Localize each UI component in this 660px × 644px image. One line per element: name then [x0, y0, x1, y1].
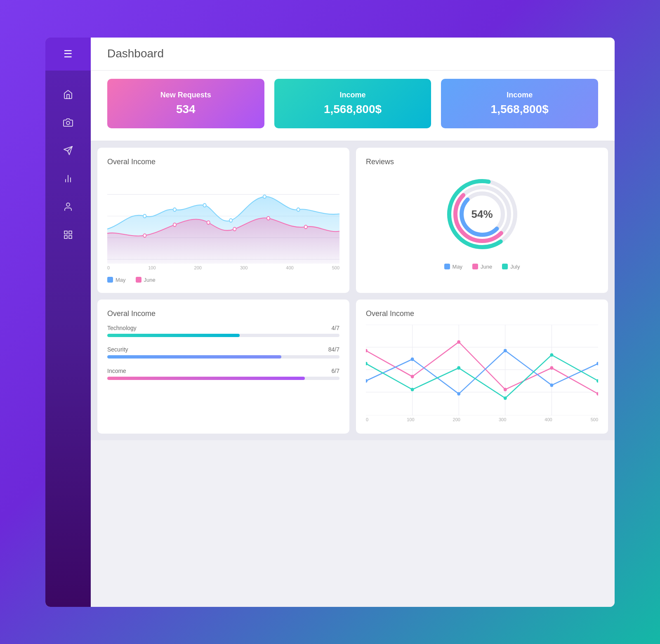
donut-container: 54% [366, 173, 598, 255]
overall-income-chart-card: Overal Income [97, 148, 349, 293]
svg-point-24 [233, 227, 236, 231]
area-chart-x-axis: 0 100 200 300 400 500 [107, 264, 339, 272]
stat-card-income2-label: Income [507, 91, 533, 99]
lx-500: 500 [591, 417, 598, 422]
line-chart-x-axis: 0 100 200 300 400 500 [366, 415, 598, 424]
progress-item-technology: Technology 4/7 [107, 325, 339, 337]
progress-fill-sec [107, 355, 281, 359]
lx-300: 300 [499, 417, 506, 422]
stat-card-income1-label: Income [339, 91, 365, 99]
svg-point-23 [207, 221, 210, 224]
svg-point-22 [173, 223, 176, 226]
svg-point-55 [411, 387, 414, 391]
lx-200: 200 [453, 417, 460, 422]
lx-0: 0 [366, 417, 368, 422]
user-icon[interactable] [61, 199, 75, 214]
x-label-400: 400 [286, 265, 293, 270]
progress-value-tech: 4/7 [332, 325, 339, 331]
progress-label-tech: Technology [107, 325, 137, 331]
svg-point-46 [550, 366, 554, 369]
reviews-dot-may [444, 264, 450, 269]
line-chart-svg [366, 325, 598, 415]
x-label-300: 300 [240, 265, 248, 270]
reviews-dot-june [472, 264, 478, 269]
analytics-icon[interactable] [61, 171, 75, 186]
progress-section: Technology 4/7 Security 84/7 [107, 325, 339, 380]
sidebar: ☰ [45, 38, 91, 607]
send-icon[interactable] [61, 143, 75, 158]
progress-track-sec [107, 355, 339, 359]
sidebar-nav [61, 71, 75, 259]
grid-icon[interactable] [61, 227, 75, 242]
reviews-label-may: May [453, 264, 463, 270]
app-wrapper: ☰ [45, 38, 615, 607]
svg-rect-10 [64, 236, 67, 238]
cards-section: New Requests 534 Income 1,568,800$ Incom… [91, 71, 615, 141]
progress-item-security: Security 84/7 [107, 346, 339, 359]
reviews-label-july: July [510, 264, 520, 270]
hamburger-icon[interactable]: ☰ [64, 49, 73, 59]
camera-icon[interactable] [61, 115, 75, 130]
legend-dot-june [136, 277, 141, 283]
reviews-chart-title: Reviews [366, 158, 598, 166]
stat-card-income-2[interactable]: Income 1,568,800$ [441, 79, 598, 128]
x-label-200: 200 [194, 265, 202, 270]
stat-card-income2-value: 1,568,800$ [491, 103, 549, 116]
stat-card-income-1[interactable]: Income 1,568,800$ [274, 79, 431, 128]
progress-header-sec: Security 84/7 [107, 346, 339, 353]
overall-income-chart-title: Overal Income [107, 158, 339, 166]
donut-wrapper: 54% [445, 177, 519, 251]
svg-rect-7 [64, 231, 67, 234]
stat-card-new-requests[interactable]: New Requests 534 [107, 79, 264, 128]
progress-card: Overal Income Technology 4/7 Secur [97, 300, 349, 434]
svg-point-51 [504, 349, 507, 352]
progress-value-inc: 6/7 [332, 368, 339, 374]
sidebar-header: ☰ [45, 38, 91, 71]
progress-value-sec: 84/7 [328, 346, 339, 353]
stat-card-income1-value: 1,568,800$ [324, 103, 382, 116]
progress-label-inc: Income [107, 368, 126, 374]
svg-point-56 [457, 366, 460, 369]
progress-header-inc: Income 6/7 [107, 368, 339, 374]
area-chart-legend: May June [107, 277, 339, 283]
reviews-dot-july [502, 264, 508, 269]
line-chart-container [366, 325, 598, 415]
line-chart-title: Overal Income [366, 309, 598, 318]
lx-400: 400 [544, 417, 552, 422]
progress-header-tech: Technology 4/7 [107, 325, 339, 331]
reviews-chart-card: Reviews [356, 148, 608, 293]
svg-point-45 [504, 387, 507, 391]
home-icon[interactable] [61, 87, 75, 102]
x-label-500: 500 [332, 265, 339, 270]
main-content: Dashboard New Requests 534 Income 1,568,… [91, 38, 615, 607]
x-label-0: 0 [107, 265, 110, 270]
area-chart [107, 173, 339, 264]
svg-point-19 [263, 195, 266, 198]
reviews-legend-june: June [472, 264, 492, 270]
reviews-legend: May June July [366, 264, 598, 270]
progress-fill-tech [107, 334, 240, 337]
legend-june: June [136, 277, 156, 283]
svg-point-43 [411, 375, 414, 378]
svg-point-44 [457, 340, 460, 343]
lx-100: 100 [407, 417, 414, 422]
progress-track-tech [107, 334, 339, 337]
progress-fill-inc [107, 377, 305, 380]
legend-may: May [107, 277, 126, 283]
svg-point-58 [550, 353, 554, 356]
svg-point-6 [66, 203, 70, 206]
reviews-legend-may: May [444, 264, 463, 270]
progress-label-sec: Security [107, 346, 128, 353]
svg-rect-9 [69, 236, 72, 238]
donut-center-text: 54% [471, 208, 493, 220]
line-chart-card: Overal Income [356, 300, 608, 434]
reviews-label-june: June [481, 264, 492, 270]
area-chart-svg [107, 173, 339, 264]
legend-dot-may [107, 277, 113, 283]
x-label-100: 100 [148, 265, 156, 270]
progress-card-title: Overal Income [107, 309, 339, 318]
svg-point-49 [411, 357, 414, 361]
svg-point-18 [229, 219, 232, 222]
progress-track-inc [107, 377, 339, 380]
svg-point-20 [297, 208, 299, 211]
